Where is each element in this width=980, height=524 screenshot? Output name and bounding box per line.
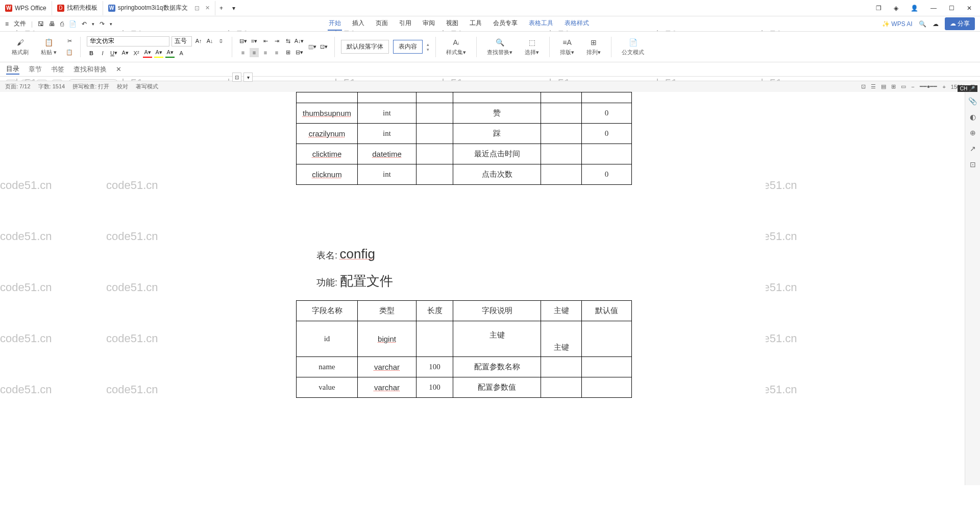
cell[interactable]: 最近点击时间 [453, 144, 541, 164]
arrange-button[interactable]: ⊞ 排列▾ [582, 37, 605, 56]
select-button[interactable]: ⬚ 选择▾ [521, 37, 543, 56]
side-clip-icon[interactable]: 📎 [968, 97, 977, 105]
function-label[interactable]: 功能: 配置文件 [316, 272, 730, 290]
menu-ref[interactable]: 引用 [398, 17, 412, 31]
zoom-in[interactable]: + [942, 84, 945, 90]
cell[interactable] [416, 124, 453, 144]
cell[interactable] [416, 164, 453, 185]
super-button[interactable]: X² [132, 49, 141, 58]
cell[interactable]: 配置参数值 [453, 377, 541, 398]
cell[interactable]: clicknum [312, 170, 341, 179]
tab-stops[interactable]: ⇆ [283, 37, 292, 46]
cell[interactable] [416, 321, 453, 357]
numbered-list[interactable]: ⊟▾ [238, 37, 248, 46]
undo-dd[interactable]: ▾ [92, 21, 94, 27]
table-content-style[interactable]: 表内容 [393, 40, 423, 54]
menu-tablestyle[interactable]: 表格样式 [564, 17, 590, 31]
side-tool-icon[interactable]: ⊡ [970, 160, 976, 169]
cell[interactable]: int [358, 103, 416, 124]
dec-indent[interactable]: ⇤ [261, 37, 270, 46]
cell[interactable] [541, 377, 582, 398]
outline-bookmark[interactable]: 书签 [51, 65, 64, 74]
header-cell[interactable]: 字段名称 [297, 301, 358, 321]
align-left[interactable]: ≡ [238, 48, 248, 57]
view-mode-5[interactable]: ▭ [901, 83, 906, 90]
share-button[interactable]: ☁ 分享 [945, 17, 975, 30]
cell[interactable]: 赞 [453, 103, 541, 124]
strike-button[interactable]: A▾ [120, 49, 130, 58]
menu-member[interactable]: 会员专享 [492, 17, 519, 31]
bg-color[interactable]: A▾ [165, 49, 175, 58]
cell[interactable]: 0 [582, 164, 632, 185]
cell[interactable] [541, 103, 582, 124]
cell[interactable]: int [358, 124, 416, 144]
print-icon[interactable]: 🖶 [49, 20, 55, 28]
header-cell[interactable]: 字段说明 [453, 301, 541, 321]
cell[interactable]: 100 [416, 357, 453, 377]
menu-view[interactable]: 视图 [445, 17, 459, 31]
dec-font[interactable]: A↓ [205, 36, 214, 45]
word-count[interactable]: 字数: 1514 [38, 83, 65, 90]
cell[interactable]: thumbsupnum [303, 109, 351, 117]
cell[interactable]: bigint [378, 335, 396, 343]
hamburger-icon[interactable]: ≡ [5, 20, 9, 28]
cell[interactable] [582, 321, 632, 357]
style-down[interactable]: ▾ [427, 47, 429, 52]
align-center[interactable]: ≡ [250, 48, 259, 57]
tab-restore-icon[interactable]: ⊡ [194, 5, 200, 12]
new-tab-button[interactable]: + [215, 5, 228, 12]
cell[interactable]: varchar [374, 383, 400, 392]
cell[interactable]: varchar [374, 363, 400, 371]
header-cell[interactable]: 主键 [541, 301, 582, 321]
header-cell[interactable]: 默认值 [582, 301, 632, 321]
underline-button[interactable]: U▾ [109, 49, 118, 58]
font-color[interactable]: A▾ [143, 49, 152, 58]
cell[interactable]: 0 [582, 124, 632, 144]
view-mode-1[interactable]: ⊡ [861, 83, 866, 90]
bullet-list[interactable]: ≡▾ [250, 37, 259, 46]
outline-chapter[interactable]: 章节 [29, 65, 42, 74]
bold-button[interactable]: B [87, 49, 96, 58]
find-replace-button[interactable]: 🔍 查找替换▾ [483, 37, 517, 56]
tab-menu-button[interactable]: ▾ [228, 5, 240, 12]
italic-button[interactable]: I [98, 49, 107, 58]
spell-check[interactable]: 拼写检查: 打开 [72, 83, 109, 90]
table-menu-icon[interactable]: ▾ [243, 73, 253, 82]
cell[interactable] [582, 377, 632, 398]
view-mode-2[interactable]: ☰ [871, 83, 876, 90]
cell[interactable]: 主键 [541, 321, 582, 357]
side-theme-icon[interactable]: ◐ [970, 113, 976, 121]
inc-font[interactable]: A↑ [194, 36, 203, 45]
export-icon[interactable]: 📄 [69, 20, 77, 28]
avatar-icon[interactable]: 👤 [908, 3, 921, 14]
wps-ai[interactable]: ✨ WPS AI [882, 20, 913, 28]
style-up[interactable]: ▴ [427, 42, 429, 47]
redo-icon[interactable]: ↷ [100, 20, 105, 28]
columns[interactable]: ⊞ [283, 48, 292, 57]
restore-icon[interactable]: ❐ [873, 3, 885, 14]
zoom-out[interactable]: − [911, 84, 914, 90]
search-icon[interactable]: 🔍 [919, 20, 926, 28]
cell[interactable]: 主键 [453, 321, 541, 357]
styles-button[interactable]: Aᵢ 样式集▾ [442, 37, 470, 56]
font-select[interactable] [87, 36, 169, 46]
format-brush-group[interactable]: 🖌 格式刷 [8, 37, 33, 56]
side-share-icon[interactable]: ↗ [970, 145, 976, 153]
file-menu[interactable]: 文件 [14, 19, 26, 28]
default-para-style[interactable]: 默认段落字体 [341, 40, 389, 54]
menu-insert[interactable]: 插入 [351, 17, 365, 31]
cell[interactable]: int [358, 164, 416, 185]
cell[interactable]: value [297, 377, 358, 398]
paste-group[interactable]: 📋 粘贴 ▾ [37, 37, 61, 56]
cell[interactable] [582, 144, 632, 164]
table-select-icon[interactable]: ⊡ [232, 73, 241, 82]
cell[interactable]: 0 [582, 103, 632, 124]
inc-indent[interactable]: ⇥ [272, 37, 281, 46]
cell[interactable]: id [297, 321, 358, 357]
header-cell[interactable]: 类型 [358, 301, 416, 321]
pdf-icon[interactable]: ⎙ [60, 20, 64, 28]
highlight[interactable]: A▾ [154, 49, 163, 58]
side-add-icon[interactable]: ⊕ [970, 129, 976, 137]
write-mode[interactable]: 著写模式 [136, 83, 158, 90]
cell[interactable]: 点击次数 [453, 164, 541, 185]
